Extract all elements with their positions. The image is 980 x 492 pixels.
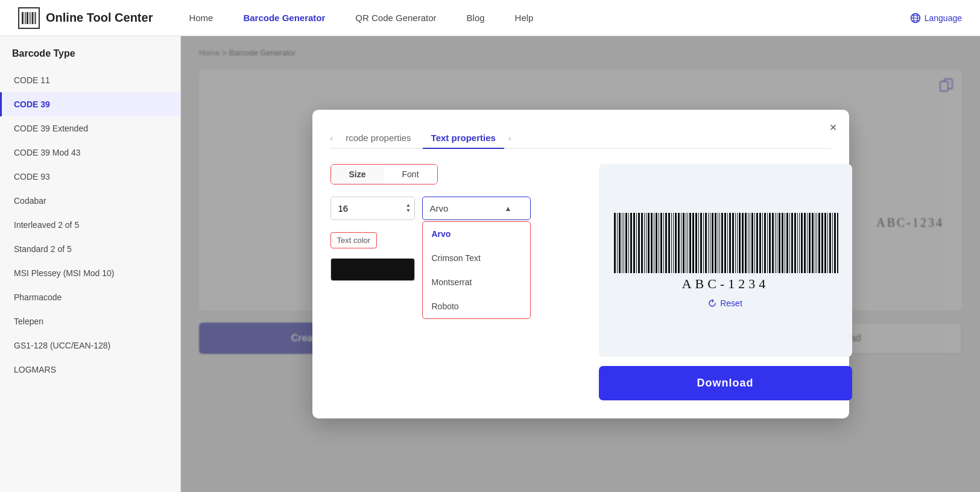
svg-rect-36 [671,213,672,273]
svg-rect-82 [785,213,785,273]
svg-rect-15 [619,213,621,273]
svg-rect-23 [638,213,640,273]
svg-rect-86 [794,213,796,273]
sidebar-item-code39mod43[interactable]: CODE 39 Mod 43 [0,140,180,165]
svg-rect-50 [705,213,707,273]
svg-rect-16 [622,213,622,273]
svg-rect-55 [718,213,718,273]
svg-text:ABC-1234: ABC-1234 [681,276,769,291]
svg-rect-88 [799,213,800,273]
svg-rect-101 [832,213,833,273]
svg-rect-68 [750,213,750,273]
sidebar-item-codabar[interactable]: Codabar [0,189,180,213]
svg-rect-42 [686,213,686,273]
sidebar-item-telepen[interactable]: Telepen [0,309,180,333]
sidebar: Barcode Type CODE 11 CODE 39 CODE 39 Ext… [0,36,181,492]
font-option-crimson[interactable]: Crimson Text [423,246,530,270]
svg-rect-91 [807,213,808,273]
svg-rect-60 [729,213,731,273]
reset-button[interactable]: Reset [708,298,742,308]
svg-rect-52 [710,213,710,273]
svg-rect-18 [625,213,627,273]
svg-rect-24 [641,213,643,273]
svg-rect-87 [797,213,798,273]
sidebar-item-code39[interactable]: CODE 39 [0,92,180,116]
svg-rect-77 [772,213,774,273]
sidebar-item-interleaved[interactable]: Interleaved 2 of 5 [0,213,180,237]
svg-rect-74 [764,213,766,273]
svg-rect-97 [821,213,823,273]
sidebar-item-code39ext[interactable]: CODE 39 Extended [0,116,180,140]
font-option-roboto[interactable]: Roboto [423,294,530,318]
svg-rect-99 [827,213,828,273]
font-option-montserrat[interactable]: Montserrat [423,270,530,294]
logo-text: Online Tool Center [46,11,153,25]
svg-rect-27 [648,213,650,273]
sidebar-item-standard2of5[interactable]: Standard 2 of 5 [0,237,180,261]
svg-rect-94 [815,213,815,273]
main-nav: Home Barcode Generator QR Code Generator… [189,13,909,23]
svg-rect-25 [644,213,645,273]
tab-text-properties[interactable]: Text properties [423,128,504,149]
svg-rect-76 [769,213,771,273]
nav-qr-generator[interactable]: QR Code Generator [355,13,436,23]
tab-next-arrow[interactable]: › [508,133,511,143]
svg-rect-13 [614,213,616,273]
modal-close-button[interactable]: × [830,121,837,134]
reset-icon [708,299,716,308]
language-button[interactable]: Language [910,13,962,24]
font-option-arvo[interactable]: Arvo [423,222,530,246]
sidebar-item-code11[interactable]: CODE 11 [0,68,180,92]
font-dropdown-wrap: Arvo ▲ Arvo Crimson Text Montserrat Robo… [422,197,584,220]
svg-rect-30 [656,213,657,273]
svg-rect-53 [712,213,713,273]
svg-rect-38 [675,213,677,273]
svg-rect-44 [689,213,691,273]
sidebar-item-code93[interactable]: CODE 93 [0,165,180,189]
barcode-svg: ABC-1234 [611,213,840,291]
sidebar-item-logmars[interactable]: LOGMARS [0,358,180,382]
svg-rect-59 [727,213,728,273]
svg-rect-63 [737,213,738,273]
tab-prev-arrow[interactable]: ‹ [330,133,334,143]
svg-rect-46 [695,213,697,273]
svg-rect-37 [673,213,674,273]
svg-rect-40 [681,213,681,273]
sidebar-item-pharmacode[interactable]: Pharmacode [0,285,180,309]
svg-rect-92 [809,213,811,273]
sidebar-item-msi[interactable]: MSI Plessey (MSI Mod 10) [0,261,180,285]
color-swatch[interactable] [330,258,415,281]
svg-rect-65 [742,213,744,273]
svg-rect-93 [812,213,814,273]
tab-barcode-properties[interactable]: rcode properties [337,128,419,149]
modal-tabs: ‹ rcode properties Text properties › [330,128,831,149]
logo: Online Tool Center [18,7,153,29]
svg-rect-85 [791,213,793,273]
language-label: Language [925,13,962,23]
sub-tab-size[interactable]: Size [331,165,384,184]
font-dropdown-trigger[interactable]: Arvo ▲ [422,197,531,220]
svg-rect-71 [756,213,758,273]
nav-help[interactable]: Help [515,13,534,23]
sidebar-title: Barcode Type [0,48,180,68]
sub-tab-font[interactable]: Font [384,165,437,184]
svg-rect-26 [646,213,646,273]
modal-overlay: × ‹ rcode properties Text properties › S… [181,36,980,492]
svg-rect-73 [762,213,763,273]
svg-rect-96 [818,213,820,273]
download-button-modal[interactable]: Download [599,366,852,400]
size-input[interactable] [330,197,415,220]
svg-rect-102 [834,213,836,273]
svg-rect-58 [724,213,726,273]
svg-rect-33 [663,213,664,273]
header: Online Tool Center Home Barcode Generato… [0,0,980,36]
nav-home[interactable]: Home [189,13,213,23]
svg-rect-4 [32,12,34,24]
sidebar-item-gs1128[interactable]: GS1-128 (UCC/EAN-128) [0,333,180,358]
nav-barcode-generator[interactable]: Barcode Generator [243,13,325,23]
size-down-button[interactable]: ▼ [405,209,413,215]
modal-body: Size Font ▲ ▼ [330,164,831,400]
svg-rect-5 [35,12,36,24]
nav-blog[interactable]: Blog [467,13,485,23]
font-selected-label: Arvo [430,203,449,213]
